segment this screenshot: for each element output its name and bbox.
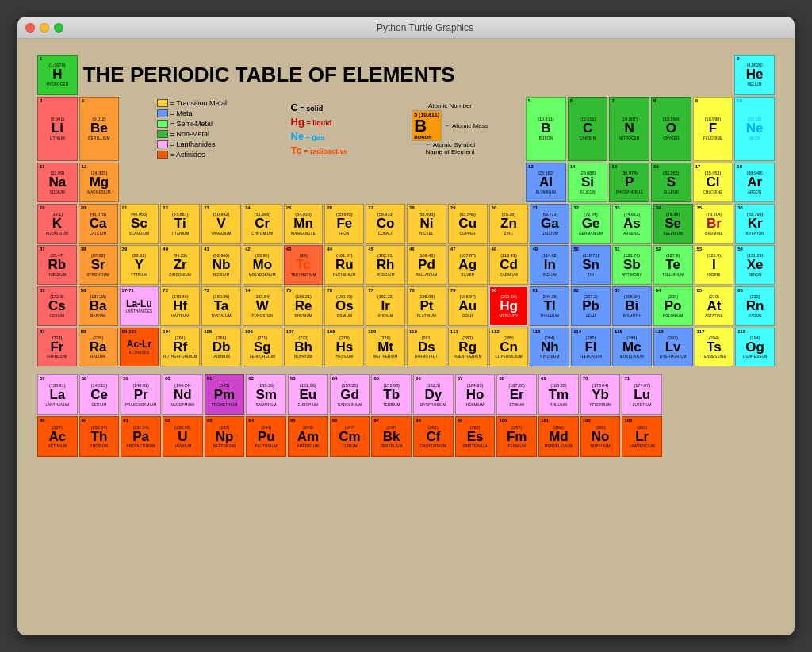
element-Se[interactable]: 34(78.96)SeSELENIUM [653,204,693,244]
element-Fm[interactable]: 100(257)FmFERMIUM [496,416,537,457]
element-Pu[interactable]: 94(244)PuPLUTONIUM [246,416,286,457]
element-Es[interactable]: 99(252)EsEINSTEINIUM [455,416,496,457]
element-Ne[interactable]: 10(20.18) NeNEON [734,97,775,161]
element-Cs[interactable]: 55(132.9)CsCESIUM [37,286,77,326]
element-Tm[interactable]: 69(168.93)TmTHULIUM [538,374,579,415]
element-Pm[interactable]: 61(145)PmPROMETHIUM [205,374,245,415]
element-H[interactable]: 1 (1.0079) H HYDROGEN [37,55,78,95]
element-Os[interactable]: 76(190.23)OsOSMIUM [324,286,364,326]
element-O[interactable]: 8(15.999) OOXYGEN [651,97,691,161]
element-Ru[interactable]: 44(101.07)RuRUTHENIUM [324,245,364,285]
element-Tc[interactable]: 43(98)TcTECHNETIUM [284,245,324,285]
element-Pr[interactable]: 59(140.91)PrPRASEODYMIUM [121,374,161,415]
element-Bi[interactable]: 83(208.98)BiBISMUTH [612,286,652,326]
element-Y[interactable]: 39(88.91)YYTTRIUM [120,245,159,285]
element-Ar[interactable]: 18(39.948)ArARGON [734,163,775,203]
element-Yb[interactable]: 70(173.04)YbYTTERBIUM [580,374,621,415]
element-Cd[interactable]: 48(112.41)CdCADMIUM [489,245,529,285]
element-Ho[interactable]: 67(164.93)HoHOLMIUM [455,374,496,415]
element-Cr[interactable]: 24(51.996)CrCHROMIUM [243,204,282,244]
element-Mt[interactable]: 109(276)MtMEITNERIUM [366,328,405,367]
element-Po[interactable]: 84(209)PoPOLONIUM [653,286,693,326]
element-Ca[interactable]: 20(40.078)CaCALCIUM [79,204,118,244]
element-Rg[interactable]: 111(280)RgROENTGENIUM [448,328,488,367]
element-Be[interactable]: 4(9.012) BeBERYLLIUM [79,97,120,161]
element-Pb[interactable]: 82(207.2)PbLEAD [571,286,611,326]
element-C[interactable]: 6(12.011) CCARBON [568,97,608,161]
element-At[interactable]: 85(210)AtASTATINE [695,286,734,326]
element-Hs[interactable]: 108(270)HsHASSIUM [324,328,364,367]
element-Ti[interactable]: 22(47.867)TiTITANIUM [160,204,200,244]
element-V[interactable]: 23(50.942)VVANADIUM [201,204,241,244]
element-Cl[interactable]: 17(35.453)ClCHLORINE [693,163,733,203]
element-He[interactable]: 2 (4.0026) He HELIUM [734,55,775,95]
element-Ts[interactable]: 117(294)TsTENNESSINE [695,328,734,367]
element-Ga[interactable]: 31(69.723)GaGALLIUM [530,204,569,244]
element-Rf[interactable]: 104(261)RfRUTHERFORDIUM [160,328,200,367]
maximize-button[interactable] [54,23,63,33]
element-Sr[interactable]: 38(87.62)SrSTRONTIUM [79,245,118,285]
element-P[interactable]: 15(30.974)PPHOSPHORUS [609,163,649,203]
element-Pa[interactable]: 91(231.04)PaPROTACTINIUM [121,416,161,457]
element-In[interactable]: 49(114.82)InINDIUM [530,245,569,285]
element-Li[interactable]: 3(6.941) LiLITHIUM [37,97,78,161]
element-Pd[interactable]: 46(106.42)PdPALLADIUM [407,245,446,285]
element-Ir[interactable]: 77(192.22)IrIRIDIUM [366,286,405,326]
element-Tl[interactable]: 81(204.38)TlTHALLIUM [530,286,569,326]
element-Xe[interactable]: 54(131.29)XeXENON [735,245,775,285]
element-Na[interactable]: 11(22.99)NaSODIUM [37,163,78,203]
element-Kr[interactable]: 36(83.798)KrKRYPTON [735,204,775,244]
element-Np[interactable]: 93(237)NpNEPTUNIUM [205,416,245,457]
element-Fe[interactable]: 26(55.845)FeIRON [324,204,364,244]
element-Cf[interactable]: 98(251)CfCALIFORNIUM [413,416,454,457]
actinide-placeholder[interactable]: 89-103Ac-LrACTINIDES [120,328,159,367]
element-Fl[interactable]: 114(289)FlFLEROVIUM [571,328,611,367]
element-N[interactable]: 7(14.007) NNITROGEN [609,97,649,161]
element-Rh[interactable]: 45(102.91)RhRHODIUM [366,245,405,285]
element-Zr[interactable]: 40(91.22)ZrZIRCONIUM [160,245,200,285]
element-Mg[interactable]: 12(24.305)MgMAGNESIUM [79,163,120,203]
element-Pt[interactable]: 78(195.08)PtPLATINUM [407,286,446,326]
element-Sm[interactable]: 62(150.36)SmSAMARIUM [246,374,286,415]
element-Th[interactable]: 90(232.04)ThTHORIUM [79,416,120,457]
element-Sb[interactable]: 51(121.76)SbANTIMONY [612,245,652,285]
element-Nd[interactable]: 60(144.24)NdNEODYMIUM [163,374,203,415]
element-Tb[interactable]: 65(158.93)TbTERBIUM [371,374,412,415]
element-Ni[interactable]: 28(58.693)NiNICKEL [407,204,446,244]
element-Ac[interactable]: 89(227)AcACTINIUM [37,416,78,457]
element-Fr[interactable]: 87(223)FrFRANCIUM [37,328,77,367]
close-button[interactable] [25,23,35,33]
element-No[interactable]: 102(259)NoNOBELIUM [580,416,621,457]
element-S[interactable]: 16(32.065)SSULFUR [651,163,691,203]
element-Al[interactable]: 13(26.982)AlALUMINUM [526,163,566,203]
element-Rn[interactable]: 86(222)RnRADON [735,286,775,326]
element-Ag[interactable]: 47(107.87)AgSILVER [448,245,488,285]
element-Lv[interactable]: 116(293)LvLIVERMORIUM [653,328,693,367]
element-Mn[interactable]: 25(54.938)MnMANGANESE [284,204,324,244]
element-Bh[interactable]: 107(272)BhBOHRIUM [284,328,324,367]
element-Gd[interactable]: 64(157.25)GdGADOLINIUM [330,374,370,415]
element-Ta[interactable]: 73(180.95)TaTANTALUM [201,286,241,326]
element-K[interactable]: 19(39.1)KPOTASSIUM [37,204,77,244]
element-Md[interactable]: 101(258)MdMENDELEVIUM [538,416,579,457]
element-F[interactable]: 9(18.998) FFLUORINE [693,97,733,161]
element-Re[interactable]: 75(186.21)ReRHENIUM [284,286,324,326]
element-Nh[interactable]: 113(284)NhNIHONIUM [530,328,569,367]
element-Sc[interactable]: 21(44.956)ScSCANDIUM [120,204,159,244]
element-Co[interactable]: 27(58.933)CoCOBALT [366,204,405,244]
element-Er[interactable]: 68(167.26)ErERBIUM [496,374,537,415]
element-Hg[interactable]: 80(200.59)HgMERCURY [489,286,529,326]
element-Db[interactable]: 105(268)DbDUBNIUM [201,328,241,367]
element-Bk[interactable]: 97(247)BkBERKELIUM [371,416,412,457]
element-Cn[interactable]: 112(285)CnCOPERNICIUM [489,328,529,367]
element-Hf[interactable]: 72(178.49)HfHAFNIUM [160,286,200,326]
element-As[interactable]: 33(74.922)AsARSENIC [612,204,652,244]
element-Mc[interactable]: 115(288)McMOSCOVIUM [612,328,652,367]
element-Mo[interactable]: 42(95.96)MoMOLYBDENUM [243,245,282,285]
element-Ce[interactable]: 58(140.12)CeCERIUM [79,374,120,415]
element-Au[interactable]: 79(196.97)AuGOLD [448,286,488,326]
element-La[interactable]: 57(138.91)LaLANTHANUM [37,374,78,415]
element-Nb[interactable]: 41(92.906)NbNIOBIUM [201,245,241,285]
element-B[interactable]: 5(10.811) BBORON [526,97,566,161]
element-W[interactable]: 74(183.84)WTUNGSTEN [243,286,282,326]
